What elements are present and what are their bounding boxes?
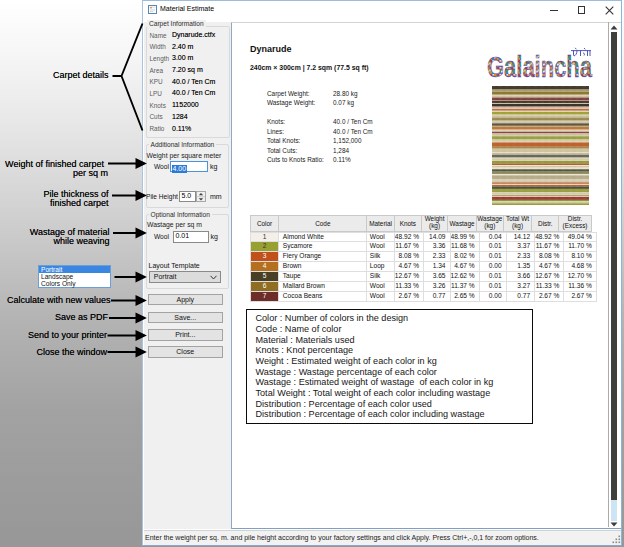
svg-text:Galaincha: Galaincha xyxy=(487,51,593,80)
